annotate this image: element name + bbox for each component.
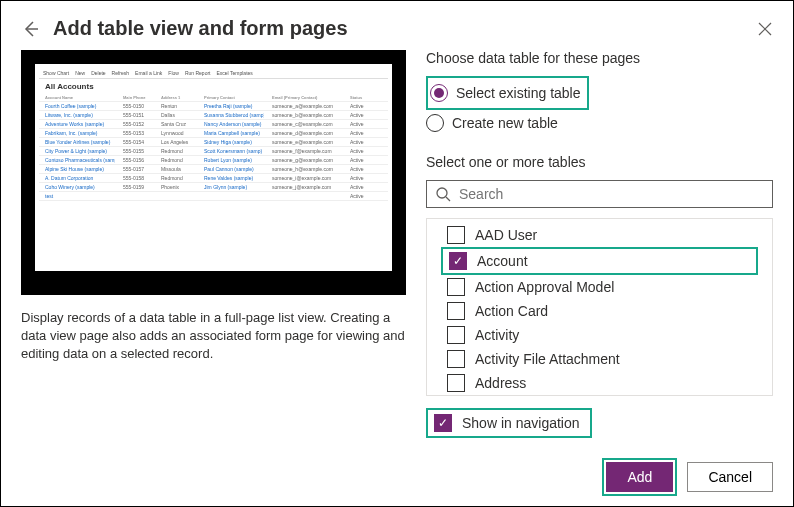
- dialog-title: Add table view and form pages: [53, 17, 757, 40]
- table-item-address[interactable]: Address: [427, 371, 772, 395]
- radio-selected-icon: [430, 84, 448, 102]
- back-arrow-icon[interactable]: [21, 19, 41, 39]
- checkbox-checked-icon: ✓: [449, 252, 467, 270]
- checkbox-unchecked-icon: [447, 374, 465, 392]
- search-input[interactable]: [459, 186, 764, 202]
- choose-data-table-label: Choose data table for these pages: [426, 50, 773, 66]
- table-item-activity[interactable]: Activity: [427, 323, 772, 347]
- table-item-activity-file-attachment[interactable]: Activity File Attachment: [427, 347, 772, 371]
- checkbox-checked-icon: ✓: [434, 414, 452, 432]
- table-item-label: Address: [475, 375, 526, 391]
- table-item-label: Action Approval Model: [475, 279, 614, 295]
- svg-point-3: [437, 188, 447, 198]
- table-item-aad-user[interactable]: AAD User: [427, 223, 772, 247]
- radio-create-new-table[interactable]: Create new table: [426, 110, 773, 136]
- checkbox-unchecked-icon: [447, 226, 465, 244]
- search-icon: [435, 186, 451, 202]
- show-in-nav-label: Show in navigation: [462, 415, 580, 431]
- checkbox-unchecked-icon: [447, 302, 465, 320]
- description-text: Display records of a data table in a ful…: [21, 309, 406, 364]
- svg-line-4: [446, 197, 450, 201]
- cancel-button[interactable]: Cancel: [687, 462, 773, 492]
- table-item-label: Account: [477, 253, 528, 269]
- table-item-action-card[interactable]: Action Card: [427, 299, 772, 323]
- radio-select-existing-table[interactable]: Select existing table: [430, 80, 581, 106]
- checkbox-unchecked-icon: [447, 326, 465, 344]
- add-button[interactable]: Add: [606, 462, 673, 492]
- checkbox-unchecked-icon: [447, 278, 465, 296]
- radio-unselected-icon: [426, 114, 444, 132]
- radio-label: Create new table: [452, 115, 558, 131]
- preview-heading: All Accounts: [39, 79, 388, 94]
- close-icon[interactable]: [757, 21, 773, 37]
- search-box[interactable]: [426, 180, 773, 208]
- table-item-action-approval-model[interactable]: Action Approval Model: [427, 275, 772, 299]
- table-item-label: Action Card: [475, 303, 548, 319]
- table-item-account[interactable]: ✓Account: [443, 249, 756, 273]
- table-item-label: Activity File Attachment: [475, 351, 620, 367]
- table-list[interactable]: AAD User✓AccountAction Approval ModelAct…: [426, 218, 773, 396]
- checkbox-unchecked-icon: [447, 350, 465, 368]
- table-item-label: AAD User: [475, 227, 537, 243]
- show-in-navigation-checkbox[interactable]: ✓ Show in navigation: [430, 412, 584, 434]
- select-tables-label: Select one or more tables: [426, 154, 773, 170]
- preview-image: Show ChartNewDeleteRefreshEmail a LinkFl…: [21, 50, 406, 295]
- radio-label: Select existing table: [456, 85, 581, 101]
- table-item-label: Activity: [475, 327, 519, 343]
